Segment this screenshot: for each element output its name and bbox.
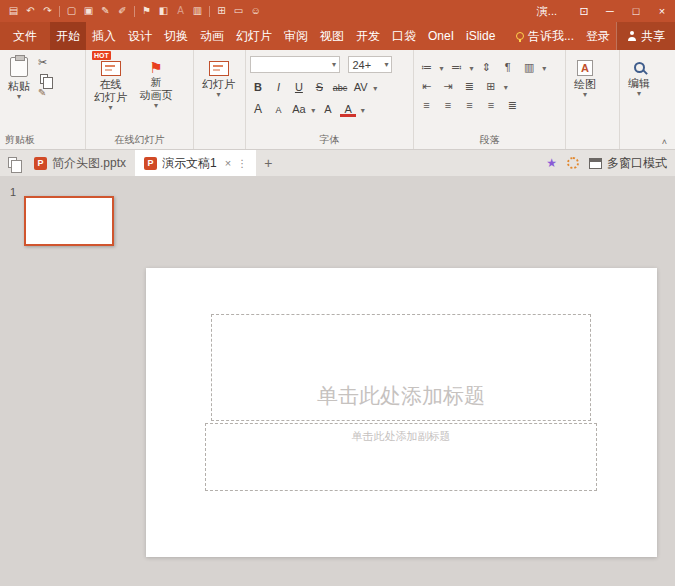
tab-onei[interactable]: OneI — [422, 22, 460, 50]
tab-view[interactable]: 视图 — [314, 22, 350, 50]
magic-wand-icon[interactable]: ★ — [546, 156, 557, 170]
distribute-button[interactable]: ≣ — [504, 98, 521, 113]
numbering-button[interactable]: ≕ — [448, 60, 465, 75]
restore-down-button[interactable]: ⊡ — [571, 0, 597, 22]
font-color-icon[interactable]: A — [172, 3, 189, 19]
format-painter-icon[interactable]: ✎ — [97, 3, 114, 19]
maximize-button[interactable]: □ — [623, 0, 649, 22]
chevron-down-icon: ▾ — [361, 106, 365, 115]
subtitle-placeholder[interactable]: 单击此处添加副标题 — [205, 423, 597, 491]
char-spacing-button[interactable]: AV — [353, 80, 369, 95]
new-animation-page-button[interactable]: ⚑ 新 动画页 ▾ — [135, 56, 176, 111]
tab-options-icon[interactable]: ⋮ — [237, 158, 247, 169]
chevron-down-icon: ▾ — [17, 93, 21, 101]
increase-indent-button[interactable]: ⇥ — [439, 79, 456, 94]
font-size-combo[interactable]: 24+ ▾ — [348, 56, 392, 73]
pen-icon[interactable]: ✐ — [114, 3, 131, 19]
tab-review[interactable]: 审阅 — [278, 22, 314, 50]
justify-button[interactable]: ≡ — [482, 98, 499, 113]
document-tab-label: 简介头图.pptx — [52, 155, 126, 172]
copy-icon[interactable] — [40, 74, 48, 84]
slide-thumbnail[interactable] — [24, 196, 114, 246]
drawing-icon: A — [577, 60, 593, 76]
chevron-down-icon: ▾ — [384, 61, 388, 69]
tab-transitions[interactable]: 切换 — [158, 22, 194, 50]
italic-button[interactable]: I — [270, 80, 286, 95]
monitor-icon[interactable]: ▭ — [230, 3, 247, 19]
paragraph-spacing-button[interactable]: ≣ — [461, 79, 478, 94]
align-left-button[interactable]: ≡ — [418, 98, 435, 113]
tab-islide[interactable]: iSlide — [460, 22, 501, 50]
tab-design[interactable]: 设计 — [122, 22, 158, 50]
grow-font-button[interactable]: A — [250, 101, 266, 116]
document-tab-active[interactable]: P 演示文稿1 × ⋮ — [135, 150, 256, 176]
slide-icon — [209, 61, 229, 76]
underline-button[interactable]: U — [291, 80, 307, 95]
close-tab-icon[interactable]: × — [225, 157, 231, 169]
columns-button[interactable]: ▥ — [521, 60, 538, 75]
paste-options-icon[interactable]: ▥ — [189, 3, 206, 19]
font-name-combo[interactable]: ▾ — [250, 56, 340, 73]
minimize-button[interactable]: ─ — [597, 0, 623, 22]
text-box-button[interactable]: ⊞ — [482, 79, 499, 94]
document-list-icon[interactable] — [8, 157, 17, 168]
fill-color-icon[interactable]: ◧ — [155, 3, 172, 19]
multi-window-mode-button[interactable]: 多窗口模式 — [589, 155, 667, 172]
cut-icon[interactable]: ✂ — [38, 56, 48, 69]
document-tab-label: 演示文稿1 — [162, 155, 217, 172]
align-right-button[interactable]: ≡ — [461, 98, 478, 113]
collapse-ribbon-button[interactable]: ˄ — [662, 137, 667, 147]
new-slide-button[interactable]: 幻灯片 ▾ — [198, 56, 239, 100]
tab-home[interactable]: 开始 — [50, 22, 86, 50]
paragraph-group: ≔ ▾ ≕ ▾ ⇕ ¶ ▥ ▾ ⇤ ⇥ ≣ ⊞ ▾ ≡ ≡ ≡ ≡ ≣ 段落 — [414, 50, 566, 149]
text-effects-button[interactable]: A — [320, 101, 336, 116]
clipboard-group-label: 剪贴板 — [0, 133, 85, 147]
user-icon[interactable]: ☺ — [247, 3, 264, 19]
new-tab-button[interactable]: + — [256, 150, 280, 176]
editing-button[interactable]: 编辑 ▾ — [624, 56, 654, 99]
ribbon-tab-bar: 文件 开始 插入 设计 切换 动画 幻灯片 审阅 视图 开发 口袋 OneI i… — [0, 22, 675, 50]
line-spacing-button[interactable]: ⇕ — [478, 60, 495, 75]
paste-button[interactable]: 粘贴 ▾ — [4, 56, 34, 102]
share-label: 共享 — [641, 28, 665, 45]
window-icon — [589, 158, 602, 169]
tab-insert[interactable]: 插入 — [86, 22, 122, 50]
save-icon[interactable]: ▤ — [5, 3, 22, 19]
chevron-down-icon: ▾ — [439, 64, 443, 73]
new-document-icon[interactable]: ▢ — [63, 3, 80, 19]
online-slides-label-line1: 在线 — [100, 78, 122, 91]
tell-me-label: 告诉我... — [528, 28, 574, 45]
decrease-indent-button[interactable]: ⇤ — [418, 79, 435, 94]
drawing-button[interactable]: A 绘图 ▾ — [570, 56, 600, 100]
tab-animations[interactable]: 动画 — [194, 22, 230, 50]
clear-format-button[interactable]: abc — [332, 81, 349, 96]
change-case-button[interactable]: Aa — [291, 101, 307, 116]
strikethrough-button[interactable]: S — [311, 80, 327, 95]
gear-icon[interactable] — [567, 157, 579, 169]
redo-icon[interactable]: ↷ — [39, 3, 56, 19]
tab-slideshow[interactable]: 幻灯片 — [230, 22, 278, 50]
tab-pocket[interactable]: 口袋 — [386, 22, 422, 50]
table-grid-icon[interactable]: ⊞ — [213, 3, 230, 19]
login-button[interactable]: 登录 — [580, 22, 616, 50]
document-tab-inactive[interactable]: P 简介头图.pptx — [25, 150, 135, 176]
bold-button[interactable]: B — [250, 80, 266, 95]
align-center-button[interactable]: ≡ — [439, 98, 456, 113]
shrink-font-button[interactable]: A — [270, 102, 286, 117]
flag-icon[interactable]: ⚑ — [138, 3, 155, 19]
share-button[interactable]: 共享 — [616, 22, 675, 50]
online-slides-button[interactable]: 在线 幻灯片 ▾ — [90, 56, 131, 113]
bullets-button[interactable]: ≔ — [418, 60, 435, 75]
print-icon[interactable]: ▣ — [80, 3, 97, 19]
text-direction-button[interactable]: ¶ — [499, 60, 516, 75]
font-color-button[interactable]: A — [340, 104, 356, 117]
close-button[interactable]: × — [649, 0, 675, 22]
undo-icon[interactable]: ↶ — [22, 3, 39, 19]
red-flag-icon: ⚑ — [149, 60, 162, 75]
slide-canvas[interactable]: 单击此处添加标题 单击此处添加副标题 — [146, 268, 657, 557]
title-placeholder[interactable]: 单击此处添加标题 — [211, 314, 591, 421]
tab-file[interactable]: 文件 — [0, 22, 50, 50]
paste-icon — [10, 57, 28, 77]
tab-developer[interactable]: 开发 — [350, 22, 386, 50]
tell-me-search[interactable]: 告诉我... — [510, 22, 580, 50]
